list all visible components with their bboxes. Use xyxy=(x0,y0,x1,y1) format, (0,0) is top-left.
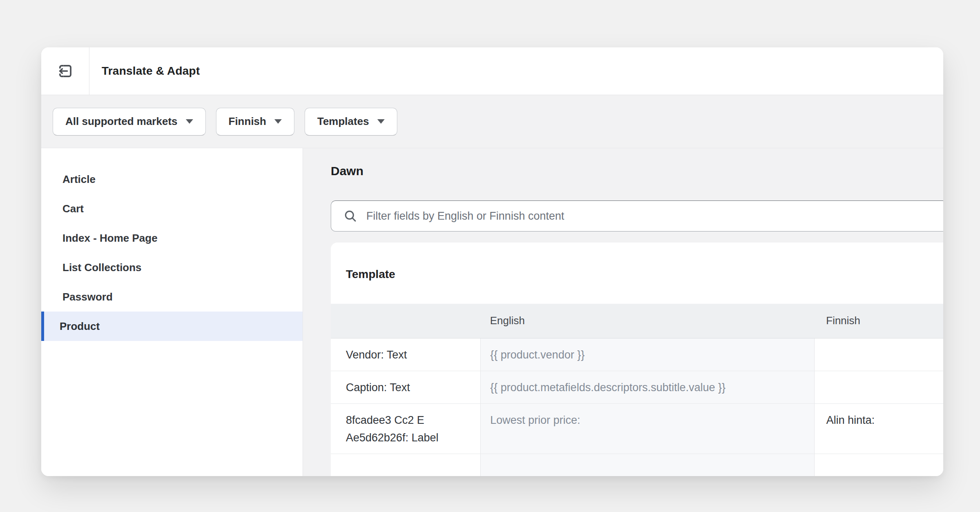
field-column-header xyxy=(331,304,480,338)
market-selector-label: All supported markets xyxy=(65,115,178,128)
template-card: Template English Finnish xyxy=(331,243,943,476)
sidebar-item-label: Cart xyxy=(62,203,84,215)
resource-selector-label: Templates xyxy=(317,115,369,128)
sidebar-item-label: Index - Home Page xyxy=(62,232,158,245)
app-header: Translate & Adapt xyxy=(41,47,943,95)
language-selector-dropdown[interactable]: Finnish xyxy=(216,108,294,136)
sidebar-item-index-home-page[interactable]: Index - Home Page xyxy=(41,223,303,253)
field-label-cell: 8fcadee3 Cc2 E Ae5d62b26f: Label xyxy=(331,403,480,454)
sidebar-item-label: Password xyxy=(62,291,113,303)
sidebar-item-label: Product xyxy=(60,320,100,333)
caret-down-icon xyxy=(186,119,193,124)
english-column-header: English xyxy=(480,304,814,338)
exit-icon xyxy=(57,62,74,80)
market-selector-dropdown[interactable]: All supported markets xyxy=(53,108,206,136)
sidebar-item-label: Article xyxy=(62,173,96,186)
english-content-cell[interactable]: {{ product.metafields.descriptors.subtit… xyxy=(480,371,814,403)
finnish-translation-cell[interactable]: Alin hinta: xyxy=(814,403,943,454)
translations-table: English Finnish Vendor: Text {{ product.… xyxy=(331,304,943,476)
filter-fields-input[interactable]: Filter fields by English or Finnish cont… xyxy=(331,200,943,232)
template-card-title: Template xyxy=(346,268,943,281)
exit-app-button[interactable] xyxy=(41,47,89,95)
app-body: Article Cart Index - Home Page List Coll… xyxy=(41,148,943,476)
english-content-cell[interactable] xyxy=(480,454,814,476)
english-content-cell[interactable]: {{ product.vendor }} xyxy=(480,338,814,371)
table-row: 8fcadee3 Cc2 E Ae5d62b26f: Label Lowest … xyxy=(331,403,943,454)
translate-adapt-app-card: Translate & Adapt All supported markets … xyxy=(41,47,943,476)
finnish-translation-cell[interactable] xyxy=(814,371,943,403)
search-icon xyxy=(343,209,357,223)
filters-toolbar: All supported markets Finnish Templates xyxy=(41,95,943,148)
page-title: Translate & Adapt xyxy=(89,47,200,95)
finnish-translation-cell[interactable] xyxy=(814,454,943,476)
field-label-cell: Caption: Text xyxy=(331,371,480,403)
field-label-cell xyxy=(331,454,480,476)
caret-down-icon xyxy=(377,119,385,124)
sidebar-item-cart[interactable]: Cart xyxy=(41,194,303,223)
sidebar-item-password[interactable]: Password xyxy=(41,282,303,312)
finnish-column-header: Finnish xyxy=(814,304,943,338)
caret-down-icon xyxy=(274,119,282,124)
resource-sidebar: Article Cart Index - Home Page List Coll… xyxy=(41,148,303,476)
english-content-cell[interactable]: Lowest prior price: xyxy=(480,403,814,454)
resource-selector-dropdown[interactable]: Templates xyxy=(305,108,397,136)
language-selector-label: Finnish xyxy=(229,115,266,128)
table-header-row: English Finnish xyxy=(331,304,943,338)
field-label-cell: Vendor: Text xyxy=(331,338,480,371)
table-row: Vendor: Text {{ product.vendor }} xyxy=(331,338,943,371)
sidebar-item-label: List Collections xyxy=(62,261,142,274)
sidebar-item-article[interactable]: Article xyxy=(41,165,303,194)
sidebar-item-list-collections[interactable]: List Collections xyxy=(41,253,303,282)
main-content: Dawn Filter fields by English or Finnish… xyxy=(303,148,943,476)
filter-fields-placeholder: Filter fields by English or Finnish cont… xyxy=(366,210,564,223)
sidebar-item-product[interactable]: Product xyxy=(41,312,303,341)
table-row xyxy=(331,454,943,476)
theme-title: Dawn xyxy=(331,163,943,179)
finnish-translation-cell[interactable] xyxy=(814,338,943,371)
table-row: Caption: Text {{ product.metafields.desc… xyxy=(331,371,943,403)
